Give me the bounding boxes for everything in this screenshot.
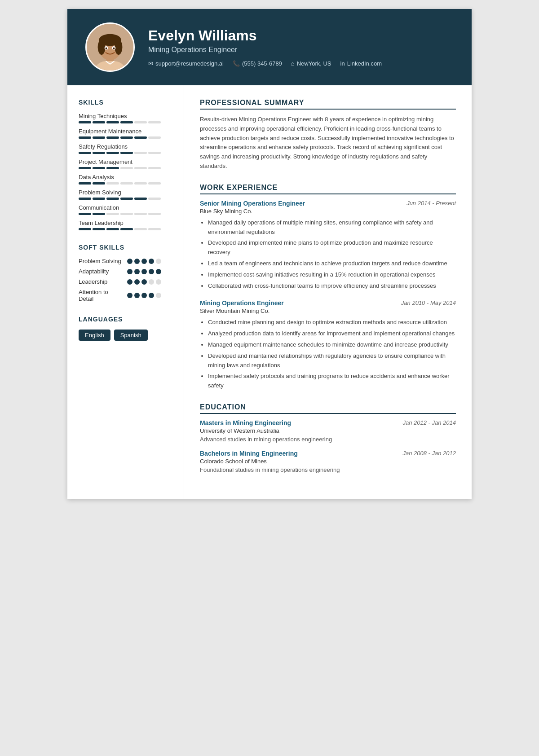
soft-dot bbox=[127, 259, 133, 264]
soft-skill-item: Adaptability bbox=[79, 268, 172, 275]
job-bullets: Conducted mine planning and design to op… bbox=[200, 318, 456, 391]
languages-heading: LANGUAGES bbox=[79, 316, 172, 323]
job-title: Senior Mining Operations Engineer bbox=[200, 200, 305, 207]
soft-skills-section: SOFT SKILLS Problem SolvingAdaptabilityL… bbox=[79, 244, 172, 302]
soft-dots bbox=[127, 279, 161, 285]
skill-bar bbox=[79, 152, 91, 154]
skill-bar bbox=[79, 228, 91, 230]
soft-dot bbox=[156, 259, 161, 264]
skill-bar bbox=[120, 228, 133, 230]
soft-skill-name: Attention to Detail bbox=[79, 289, 124, 302]
soft-skill-item: Problem Solving bbox=[79, 258, 172, 264]
skill-bar bbox=[93, 121, 105, 123]
skill-bar bbox=[79, 136, 91, 139]
skill-item: Team Leadership bbox=[79, 220, 172, 230]
skill-name: Communication bbox=[79, 204, 172, 211]
edu-degree: Masters in Mining Engineering bbox=[200, 419, 291, 426]
skill-bar bbox=[120, 182, 133, 185]
skill-item: Equipment Maintenance bbox=[79, 128, 172, 139]
skill-bar bbox=[106, 198, 119, 200]
skill-bar bbox=[120, 167, 133, 169]
skill-name: Data Analysis bbox=[79, 174, 172, 180]
skill-bar bbox=[106, 182, 119, 185]
edu-header: Masters in Mining EngineeringJan 2012 - … bbox=[200, 419, 456, 426]
skill-bar bbox=[93, 228, 105, 230]
job-bullet: Managed daily operations of multiple min… bbox=[208, 218, 456, 237]
edu-header: Bachelors in Mining EngineeringJan 2008 … bbox=[200, 450, 456, 457]
skill-bars bbox=[79, 136, 172, 139]
job-bullet: Implemented cost-saving initiatives resu… bbox=[208, 270, 456, 280]
soft-dots bbox=[127, 293, 161, 298]
soft-dots bbox=[127, 269, 161, 274]
linkedin-icon: in bbox=[340, 60, 345, 67]
soft-dot bbox=[149, 269, 154, 274]
job-bullet: Led a team of engineers and technicians … bbox=[208, 259, 456, 268]
soft-dots bbox=[127, 259, 161, 264]
skill-name: Equipment Maintenance bbox=[79, 128, 172, 135]
soft-dot bbox=[149, 293, 154, 298]
header-info: Evelyn Williams Mining Operations Engine… bbox=[148, 27, 382, 67]
soft-dot bbox=[156, 279, 161, 285]
job-bullet: Developed and implemented mine plans to … bbox=[208, 238, 456, 257]
skill-item: Safety Regulations bbox=[79, 143, 172, 154]
skill-item: Data Analysis bbox=[79, 174, 172, 185]
skill-bars bbox=[79, 182, 172, 185]
skill-name: Mining Techniques bbox=[79, 113, 172, 119]
education-block: Masters in Mining EngineeringJan 2012 - … bbox=[200, 419, 456, 443]
location-icon: ⌂ bbox=[291, 60, 295, 67]
skill-name: Project Management bbox=[79, 158, 172, 165]
soft-dot bbox=[134, 293, 140, 298]
soft-dot bbox=[134, 269, 140, 274]
svg-point-10 bbox=[113, 47, 115, 49]
skill-bar bbox=[148, 228, 161, 230]
edu-school: Colorado School of Mines bbox=[200, 458, 456, 465]
job-bullet: Analyzed production data to identify are… bbox=[208, 329, 456, 338]
skill-bar bbox=[79, 167, 91, 169]
soft-dot bbox=[127, 293, 133, 298]
skill-item: Mining Techniques bbox=[79, 113, 172, 123]
job-dates: Jan 2010 - May 2014 bbox=[401, 299, 456, 306]
candidate-title: Mining Operations Engineer bbox=[148, 46, 382, 54]
soft-dot bbox=[149, 279, 154, 285]
skill-item: Project Management bbox=[79, 158, 172, 169]
skill-bar bbox=[79, 182, 91, 185]
skill-bar bbox=[120, 198, 133, 200]
skill-bar bbox=[93, 136, 105, 139]
skill-bar bbox=[120, 152, 133, 154]
skill-bar bbox=[134, 136, 147, 139]
candidate-name: Evelyn Williams bbox=[148, 27, 382, 44]
skill-bar bbox=[106, 213, 119, 215]
skill-bar bbox=[148, 198, 161, 200]
skill-bars bbox=[79, 213, 172, 215]
edu-school: University of Western Australia bbox=[200, 427, 456, 434]
skill-name: Problem Solving bbox=[79, 189, 172, 196]
job-block: Mining Operations EngineerJan 2010 - May… bbox=[200, 299, 456, 391]
skill-bar bbox=[134, 152, 147, 154]
skill-item: Communication bbox=[79, 204, 172, 215]
soft-dot bbox=[134, 279, 140, 285]
soft-skills-list: Problem SolvingAdaptabilityLeadershipAtt… bbox=[79, 258, 172, 302]
email-icon: ✉ bbox=[148, 60, 153, 67]
soft-skill-item: Leadership bbox=[79, 278, 172, 285]
job-dates: Jun 2014 - Present bbox=[406, 200, 456, 207]
skill-bar bbox=[93, 213, 105, 215]
job-bullet: Managed equipment maintenance schedules … bbox=[208, 340, 456, 350]
job-header: Mining Operations EngineerJan 2010 - May… bbox=[200, 299, 456, 307]
avatar bbox=[85, 22, 135, 72]
job-block: Senior Mining Operations EngineerJun 201… bbox=[200, 200, 456, 291]
skill-name: Safety Regulations bbox=[79, 143, 172, 150]
soft-dot bbox=[127, 279, 133, 285]
skill-bar bbox=[120, 121, 133, 123]
skill-bar bbox=[134, 182, 147, 185]
job-bullet: Developed and maintained relationships w… bbox=[208, 352, 456, 370]
soft-dot bbox=[141, 279, 147, 285]
skill-bar bbox=[93, 182, 105, 185]
contact-info: ✉ support@resumedesign.ai 📞 (555) 345-67… bbox=[148, 60, 382, 67]
skill-bar bbox=[148, 121, 161, 123]
skill-bar bbox=[134, 228, 147, 230]
education-block: Bachelors in Mining EngineeringJan 2008 … bbox=[200, 450, 456, 473]
skill-bar bbox=[106, 136, 119, 139]
body: SKILLS Mining TechniquesEquipment Mainte… bbox=[67, 85, 472, 499]
svg-point-5 bbox=[98, 40, 106, 55]
soft-skills-heading: SOFT SKILLS bbox=[79, 244, 172, 251]
